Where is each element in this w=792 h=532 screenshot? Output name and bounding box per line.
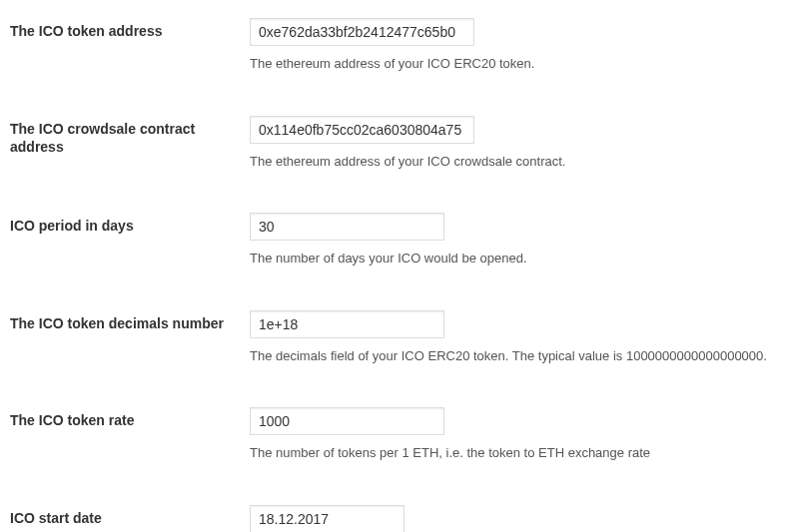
- input-col: The ethereum address of your ICO crowdsa…: [250, 116, 782, 172]
- rate-label: The ICO token rate: [10, 411, 230, 429]
- input-col: The decimals field of your ICO ERC20 tok…: [250, 310, 782, 366]
- label-col: ICO period in days: [10, 213, 250, 235]
- input-col: The date when your ICO would start from.: [250, 505, 782, 533]
- row-decimals: The ICO token decimals number The decima…: [10, 310, 782, 366]
- label-col: The ICO token rate: [10, 407, 250, 429]
- input-col: The number of days your ICO would be ope…: [250, 213, 782, 268]
- crowdsale-address-input[interactable]: [250, 116, 474, 144]
- crowdsale-address-description: The ethereum address of your ICO crowdsa…: [250, 152, 782, 172]
- start-date-input[interactable]: [250, 505, 404, 533]
- token-address-input[interactable]: [250, 18, 474, 46]
- row-rate: The ICO token rate The number of tokens …: [10, 407, 782, 463]
- crowdsale-address-label: The ICO crowdsale contract address: [10, 120, 230, 156]
- decimals-label: The ICO token decimals number: [10, 314, 230, 332]
- period-days-description: The number of days your ICO would be ope…: [250, 249, 782, 268]
- row-token-address: The ICO token address The ethereum addre…: [10, 18, 782, 74]
- period-days-input[interactable]: [250, 213, 444, 241]
- row-crowdsale-address: The ICO crowdsale contract address The e…: [10, 116, 782, 172]
- label-col: The ICO token address: [10, 18, 250, 40]
- settings-form: The ICO token address The ethereum addre…: [10, 18, 782, 532]
- rate-input[interactable]: [250, 407, 444, 435]
- input-col: The number of tokens per 1 ETH, i.e. the…: [250, 407, 782, 463]
- period-days-label: ICO period in days: [10, 217, 230, 235]
- label-col: The ICO token decimals number: [10, 310, 250, 332]
- token-address-description: The ethereum address of your ICO ERC20 t…: [250, 54, 782, 74]
- decimals-input[interactable]: [250, 310, 444, 338]
- start-date-label: ICO start date: [10, 509, 230, 527]
- rate-description: The number of tokens per 1 ETH, i.e. the…: [250, 443, 782, 463]
- token-address-label: The ICO token address: [10, 22, 230, 40]
- label-col: ICO start date: [10, 505, 250, 527]
- decimals-description: The decimals field of your ICO ERC20 tok…: [250, 346, 782, 366]
- row-start-date: ICO start date The date when your ICO wo…: [10, 505, 782, 533]
- row-period-days: ICO period in days The number of days yo…: [10, 213, 782, 268]
- input-col: The ethereum address of your ICO ERC20 t…: [250, 18, 782, 74]
- label-col: The ICO crowdsale contract address: [10, 116, 250, 156]
